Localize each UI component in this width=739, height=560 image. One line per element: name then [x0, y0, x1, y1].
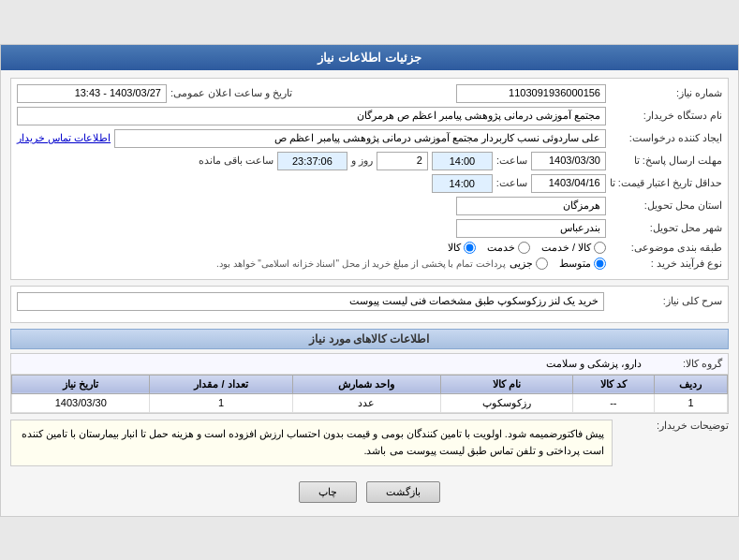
serh-section: سرح کلی نیاز: خرید یک لنز رزکوسکوپ طبق م…: [10, 286, 729, 323]
row-hadaq: حداقل تاریخ اعتبار قیمت: تا 1403/04/16 س…: [17, 174, 722, 193]
row-ijad: ایجاد کننده درخواست: علی ساردوئی نسب کار…: [17, 129, 722, 148]
mohlat-label: مهلت ارسال پاسخ: تا: [610, 155, 722, 167]
dastgah-value: مجتمع آموزشی درمانی پژوهشی پیامبر اعظم ص…: [17, 107, 606, 125]
tozih-value: پیش فاکتورضمیمه شود. اولویت با تامین کنن…: [10, 420, 613, 466]
tozih-label: توضیحات خریدار:: [616, 420, 729, 432]
ostan-value: هرمزگان: [456, 197, 606, 215]
mohlat-mande: 23:37:06: [277, 152, 347, 170]
col-tarikh: تاریخ نیاز: [12, 375, 150, 393]
shahr-value: بندرعباس: [456, 219, 606, 238]
mohlat-date: 1403/03/30: [531, 152, 606, 170]
cell-vahed: عدد: [292, 393, 441, 412]
radio-kala-khedmat[interactable]: کالا / خدمت: [541, 242, 606, 254]
tarikh-label: تاریخ و ساعت اعلان عمومی:: [170, 87, 292, 99]
main-form-section: شماره نیاز: 1103091936000156 تاریخ و ساع…: [10, 78, 729, 280]
now-label: نوع فرآیند خرید :: [610, 258, 722, 270]
mohlat-rooz-label: روز و: [351, 155, 373, 167]
page-title: جزئیات اطلاعات نیاز: [318, 51, 421, 65]
cell-tarikh: 1403/03/30: [12, 393, 150, 412]
content-area: شماره نیاز: 1103091936000156 تاریخ و ساع…: [1, 70, 738, 516]
page-header: جزئیات اطلاعات نیاز: [1, 45, 738, 70]
ostan-label: استان محل تحویل:: [610, 199, 722, 212]
shahr-label: شهر محل تحویل:: [610, 222, 722, 234]
row-dastgah: نام دستگاه خریدار: مجتمع آموزشی درمانی پ…: [17, 107, 722, 125]
now-note: پرداخت تمام با پخشی از مبلغ خرید از محل …: [17, 258, 506, 269]
hadaq-date: 1403/04/16: [531, 174, 606, 193]
cell-name: رزکوسکوپ: [441, 393, 573, 412]
row-shomara-tarikh: شماره نیاز: 1103091936000156 تاریخ و ساع…: [17, 84, 722, 103]
col-vahed: واحد شمارش: [292, 375, 441, 393]
radio-kala[interactable]: کالا: [448, 242, 476, 254]
footer-buttons: بازگشت چاپ: [10, 476, 729, 508]
radio-khedmat[interactable]: خدمت: [487, 242, 530, 254]
mohlat-saat-label: ساعت:: [496, 155, 527, 167]
radio-motawaset[interactable]: متوسط: [559, 258, 606, 270]
cell-cod: --: [572, 393, 654, 412]
kala-table-section: گروه کالا: دارو، پزشکی و سلامت ردیف کد ک…: [10, 353, 729, 414]
col-radif: ردیف: [654, 375, 727, 393]
row-tabaqa: طبقه بندی موضوعی: کالا / خدمت خدمت کالا: [17, 242, 722, 254]
dastgah-label: نام دستگاه خریدار:: [610, 110, 722, 122]
radio-jozii[interactable]: جزیی: [510, 258, 548, 270]
row-shahr: شهر محل تحویل: بندرعباس: [17, 219, 722, 238]
row-ostan: استان محل تحویل: هرمزگان: [17, 197, 722, 215]
bazgasht-button[interactable]: بازگشت: [366, 481, 440, 503]
serh-label: سرح کلی نیاز:: [610, 295, 722, 307]
mohlat-rooz: 2: [377, 152, 428, 170]
group-kala-label: گروه کالا:: [647, 358, 722, 370]
group-kala-row: گروه کالا: دارو، پزشکی و سلامت: [11, 354, 728, 375]
etelas-link[interactable]: اطلاعات تماس خریدار: [17, 132, 111, 144]
tarikh-value: 1403/03/27 - 13:43: [17, 84, 167, 103]
kala-table: ردیف کد کالا نام کالا واحد شمارش تعداد /…: [11, 375, 728, 413]
table-row: 1 -- رزکوسکوپ عدد 1 1403/03/30: [12, 393, 728, 412]
serh-row: سرح کلی نیاز: خرید یک لنز رزکوسکوپ طبق م…: [17, 292, 722, 311]
ijad-label: ایجاد کننده درخواست:: [610, 132, 722, 144]
row-mohlat: مهلت ارسال پاسخ: تا 1403/03/30 ساعت: 14:…: [17, 152, 722, 170]
cell-radif: 1: [654, 393, 727, 412]
col-name: نام کالا: [441, 375, 573, 393]
mohlat-saat: 14:00: [432, 152, 493, 170]
info-kala-title: اطلاعات کالاهای مورد نیاز: [10, 329, 729, 349]
col-tedad: تعداد / مقدار: [150, 375, 292, 393]
tabaqa-radio-group: کالا / خدمت خدمت کالا: [448, 242, 606, 254]
shomara-label: شماره نیاز:: [610, 87, 722, 99]
row-now: نوع فرآیند خرید : متوسط جزیی پرداخت تمام…: [17, 258, 722, 270]
col-cod: کد کالا: [572, 375, 654, 393]
mohlat-mande-label: ساعت باقی مانده: [199, 155, 273, 167]
main-container: جزئیات اطلاعات نیاز شماره نیاز: 11030919…: [0, 44, 739, 517]
shomara-value: 1103091936000156: [456, 84, 606, 103]
serh-value: خرید یک لنز رزکوسکوپ طبق مشخصات فنی لیست…: [17, 292, 604, 311]
tozih-row: توضیحات خریدار: پیش فاکتورضمیمه شود. اول…: [10, 420, 729, 472]
now-radio-group: متوسط جزیی: [510, 258, 606, 270]
hadaq-label: حداقل تاریخ اعتبار قیمت: تا: [610, 177, 722, 189]
ijad-value: علی ساردوئی نسب کاربردار مجتمع آموزشی در…: [114, 129, 606, 148]
chap-button[interactable]: چاپ: [299, 481, 357, 503]
cell-tedad: 1: [150, 393, 292, 412]
hadaq-saat: 14:00: [432, 174, 493, 193]
tabaqa-label: طبقه بندی موضوعی:: [610, 242, 722, 254]
group-kala-value: دارو، پزشکی و سلامت: [546, 358, 642, 370]
hadaq-saat-label: ساعت:: [496, 177, 527, 189]
